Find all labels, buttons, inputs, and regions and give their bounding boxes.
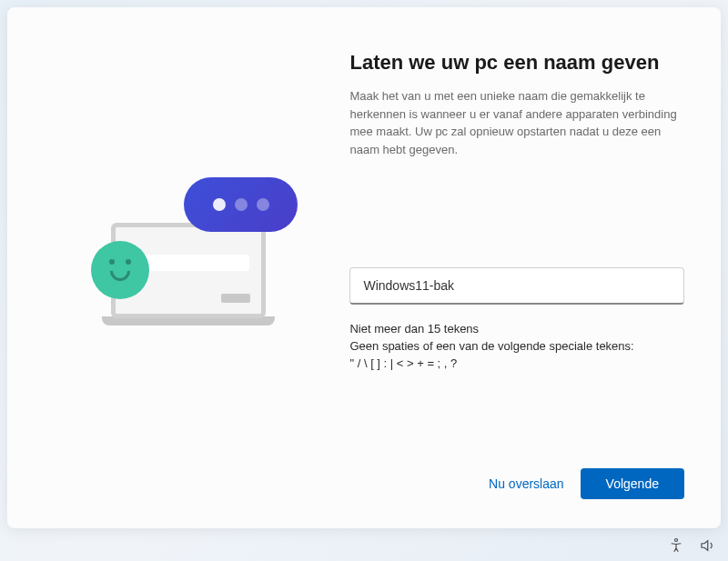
taskbar-tray (668, 537, 715, 554)
chat-dot (257, 198, 269, 211)
smiley-mouth (110, 271, 130, 281)
volume-icon[interactable] (699, 537, 715, 554)
input-section: Niet meer dan 15 tekens Geen spaties of … (349, 267, 684, 373)
smiley-eye (109, 259, 115, 265)
smiley-graphic (91, 241, 149, 299)
smiley-face (102, 257, 138, 283)
content-panel: Laten we uw pc een naam geven Maak het v… (342, 7, 721, 528)
smiley-eye (126, 259, 131, 265)
page-title: Laten we uw pc een naam geven (349, 51, 684, 75)
constraint-special-chars-label: Geen spaties of een van de volgende spec… (349, 338, 684, 356)
page-description: Maak het van u met een unieke naam die g… (349, 87, 684, 158)
next-button[interactable]: Volgende (581, 468, 684, 499)
laptop-button-graphic (221, 294, 250, 303)
oobe-window: Laten we uw pc een naam geven Maak het v… (7, 7, 721, 528)
pc-name-illustration (66, 177, 284, 359)
chat-dot (235, 198, 248, 211)
accessibility-icon[interactable] (668, 537, 684, 554)
constraint-special-chars-list: " / \ [ ] : | < > + = ; , ? (349, 356, 684, 373)
chat-bubble-graphic (184, 177, 298, 232)
skip-button[interactable]: Nu overslaan (489, 476, 564, 491)
pc-name-input[interactable] (349, 267, 684, 305)
footer-actions: Nu overslaan Volgende (349, 468, 684, 506)
illustration-panel (7, 7, 342, 528)
svg-point-0 (675, 539, 678, 542)
constraint-max-chars: Niet meer dan 15 tekens (349, 321, 684, 338)
chat-dot (213, 198, 226, 211)
constraints-text: Niet meer dan 15 tekens Geen spaties of … (349, 321, 684, 373)
